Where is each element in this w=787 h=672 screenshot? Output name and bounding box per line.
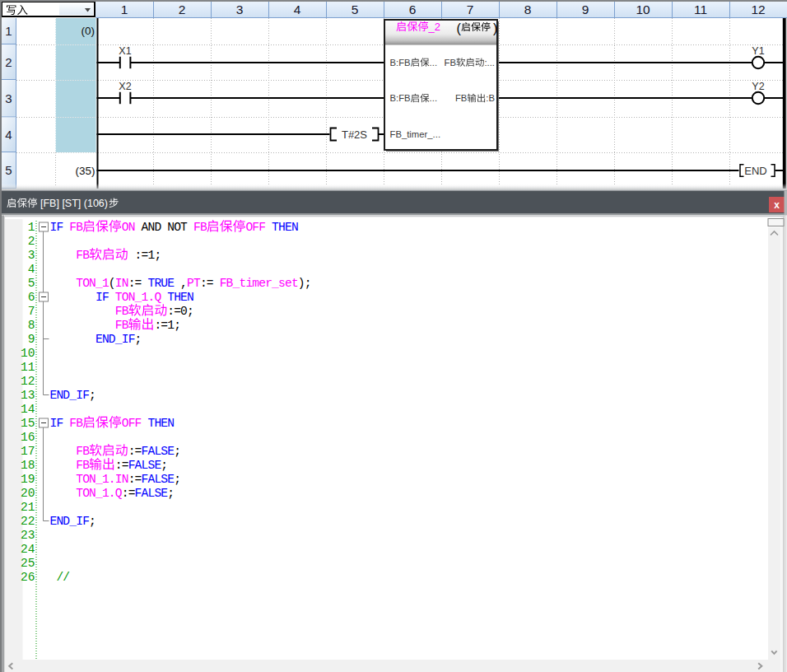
svg-text:;: ; [161,459,168,472]
svg-text:2: 2 [5,55,12,69]
svg-text:(: ( [457,21,462,35]
svg-text:11: 11 [694,2,707,16]
svg-text:;: ; [135,333,142,346]
svg-text:...: ... [430,93,437,103]
svg-text:3: 3 [236,2,244,16]
svg-text::...: :... [484,58,495,68]
svg-text:THEN: THEN [272,221,299,234]
svg-text:X2: X2 [119,81,131,92]
svg-text::=: := [128,277,142,290]
svg-text:FB: FB [69,221,83,234]
svg-text:3: 3 [5,91,12,105]
svg-text:FB: FB [76,459,90,472]
svg-text:OFF: OFF [245,221,266,234]
svg-text:6: 6 [28,291,35,304]
svg-text:4: 4 [294,2,301,16]
svg-text:THEN: THEN [147,417,175,430]
svg-text::B: :B [486,93,495,103]
svg-text:5: 5 [28,277,35,290]
svg-text:5: 5 [5,163,12,177]
svg-text:20: 20 [21,487,35,500]
svg-text:5: 5 [352,2,359,16]
svg-text:4: 4 [5,128,12,142]
svg-text:8: 8 [524,2,532,16]
svg-text:14: 14 [21,403,35,416]
svg-text:IN: IN [115,277,129,290]
svg-text:IF: IF [50,221,64,234]
svg-text:12: 12 [751,2,765,16]
svg-text:;: ; [89,515,96,528]
svg-text:1: 1 [28,221,35,234]
svg-text:23: 23 [21,529,35,542]
svg-text:3: 3 [28,249,35,262]
svg-text:FB: FB [445,58,456,68]
svg-text:FB: FB [76,249,90,262]
svg-text:;: ; [174,445,181,458]
svg-text::=: := [122,487,136,500]
svg-text:THEN: THEN [167,291,194,304]
svg-text:9: 9 [582,2,589,16]
svg-text:TON_1: TON_1 [76,277,109,290]
svg-text:(0): (0) [81,25,95,37]
svg-text:2: 2 [28,235,35,248]
svg-text:15: 15 [21,417,35,430]
svg-text:END_IF: END_IF [50,389,90,402]
svg-text:22: 22 [21,515,35,528]
svg-text:...: ... [430,58,437,68]
svg-text:26: 26 [21,571,35,584]
svg-text:17: 17 [21,445,35,458]
svg-text:7: 7 [28,305,35,318]
svg-text:10: 10 [636,2,650,16]
svg-text:25: 25 [21,557,35,570]
svg-text:8: 8 [28,319,35,332]
svg-text::=1;: :=1; [154,319,181,332]
svg-text:FB: FB [115,319,129,332]
svg-text:;: ; [89,389,96,402]
svg-text::=1;: :=1; [135,249,162,262]
svg-text:Y2: Y2 [752,81,764,92]
svg-text:FB: FB [455,93,467,103]
svg-text:21: 21 [21,501,35,514]
svg-text:FB: FB [69,417,83,430]
svg-text:9: 9 [28,333,35,346]
svg-text:10: 10 [21,347,35,360]
svg-text:);: ); [298,277,312,290]
svg-text:4: 4 [28,263,35,276]
svg-text:;: ; [174,473,181,486]
svg-text:FB_timer_...: FB_timer_... [390,129,441,139]
svg-text:): ) [493,21,497,35]
svg-text:TON_1.IN: TON_1.IN [76,473,128,486]
svg-text:TON_1.Q: TON_1.Q [115,291,162,304]
svg-text:END: END [744,165,766,177]
svg-text:2: 2 [179,2,186,16]
svg-text:1: 1 [121,2,128,16]
svg-text:12: 12 [21,375,35,388]
svg-text:FB: FB [193,221,207,234]
svg-text:PT: PT [187,277,201,290]
svg-text:24: 24 [21,543,35,556]
svg-text:;: ; [167,487,175,500]
svg-text:OFF: OFF [122,417,142,430]
svg-text:X1: X1 [119,45,131,57]
svg-text://: // [56,571,70,584]
svg-text:END_IF: END_IF [50,515,90,528]
svg-text:FALSE: FALSE [142,473,175,486]
svg-text:18: 18 [21,459,35,472]
svg-text:IF: IF [95,291,109,304]
svg-text:Y1: Y1 [752,45,764,57]
svg-text:TON_1.Q: TON_1.Q [76,487,123,500]
svg-text:FB: FB [115,305,129,318]
svg-text:6: 6 [409,2,417,16]
svg-text:x: x [774,199,780,211]
svg-text:FB: FB [76,445,90,458]
svg-text:B:FB: B:FB [390,58,411,68]
svg-text::=0;: :=0; [167,305,194,318]
svg-text:19: 19 [21,473,35,486]
svg-text:ON: ON [122,221,136,234]
svg-text:T#2S: T#2S [342,128,367,141]
svg-text:FB_timer_set: FB_timer_set [220,277,299,290]
svg-text:B:FB: B:FB [390,93,411,103]
svg-text:END_IF: END_IF [95,333,135,346]
svg-text::=: := [128,473,142,486]
svg-text:16: 16 [21,431,35,444]
